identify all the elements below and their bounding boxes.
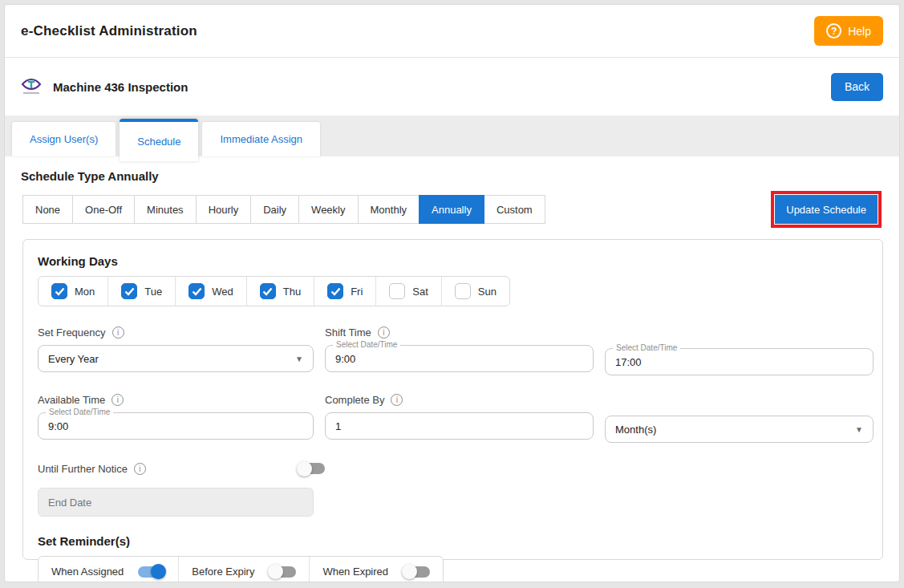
end-date-input[interactable] (38, 488, 314, 517)
complete-by-unit-field: Month(s) ▼ (605, 390, 874, 443)
schedule-type-button-group: None One-Off Minutes Hourly Daily Weekly… (22, 195, 545, 224)
shift-end-input[interactable] (615, 356, 863, 368)
schedule-type-none[interactable]: None (22, 195, 73, 224)
schedule-type-daily[interactable]: Daily (250, 195, 299, 224)
info-icon[interactable]: i (111, 394, 124, 406)
schedule-type-heading: Schedule Type Annually (21, 169, 883, 183)
complete-by-unit-select[interactable]: Month(s) ▼ (605, 416, 874, 443)
set-reminders-heading: Set Reminder(s) (38, 534, 868, 548)
tab-schedule[interactable]: Schedule (120, 119, 198, 161)
shift-time-start-field: Shift Time i Select Date/Time (325, 322, 594, 375)
toggle-thumb (151, 564, 166, 579)
help-button-label: Help (848, 25, 871, 38)
day-label: Mon (75, 286, 95, 298)
shift-start-outline: Select Date/Time (325, 345, 594, 372)
frequency-select[interactable]: Every Year ▼ (38, 345, 314, 372)
checkbox-checked-icon (51, 283, 67, 299)
day-checkbox-fri[interactable]: Fri (314, 277, 376, 306)
complete-by-unit-value: Month(s) (615, 424, 656, 436)
available-time-float-label: Select Date/Time (46, 408, 113, 416)
day-checkbox-sun[interactable]: Sun (442, 277, 509, 306)
toggle-thumb (402, 564, 417, 579)
when-assigned-toggle[interactable] (138, 566, 165, 578)
when-expired-toggle[interactable] (403, 566, 430, 578)
tab-assign-users[interactable]: Assign User(s) (12, 122, 116, 156)
reminder-when-assigned: When Assigned (39, 557, 179, 582)
checkbox-checked-icon (189, 283, 205, 299)
schedule-type-hourly[interactable]: Hourly (196, 195, 252, 224)
tab-immediate-assign[interactable]: Immediate Assign (202, 122, 320, 156)
schedule-type-monthly[interactable]: Monthly (358, 195, 420, 224)
checkbox-unchecked-icon (455, 283, 471, 299)
available-time-outline: Select Date/Time (38, 412, 314, 440)
checklist-name: Machine 436 Inspection (53, 80, 188, 94)
chevron-down-icon: ▼ (855, 425, 863, 434)
set-frequency-field: Set Frequency i Every Year ▼ (38, 322, 314, 375)
toggle-thumb (297, 461, 312, 476)
reminder-label: When Expired (322, 566, 388, 578)
checkbox-checked-icon (121, 283, 137, 299)
complete-by-input[interactable] (335, 420, 583, 432)
shift-time-end-field: Select Date/Time (605, 322, 874, 375)
reminder-label: Before Expiry (192, 566, 254, 578)
chevron-down-icon: ▼ (295, 355, 303, 363)
available-time-label: Available Time (38, 394, 105, 406)
schedule-type-one-off[interactable]: One-Off (72, 195, 135, 224)
main-window: e-Checklist Administration ? Help Machin… (4, 4, 900, 582)
checklist-subheader: Machine 436 Inspection Back (5, 58, 899, 116)
day-checkbox-wed[interactable]: Wed (176, 277, 247, 306)
shift-time-label: Shift Time (325, 326, 371, 339)
shift-start-input[interactable] (335, 353, 583, 365)
info-icon[interactable]: i (378, 326, 390, 339)
day-checkbox-thu[interactable]: Thu (247, 277, 314, 306)
schedule-type-annually[interactable]: Annually (419, 195, 484, 224)
page-title: e-Checklist Administration (21, 23, 197, 39)
day-label: Sat (412, 286, 428, 298)
day-label: Tue (144, 286, 162, 298)
shift-end-float-label: Select Date/Time (613, 343, 680, 352)
complete-by-field: Complete By i (325, 390, 594, 443)
reminder-label: When Assigned (51, 566, 124, 578)
schedule-type-custom[interactable]: Custom (484, 195, 545, 224)
schedule-settings-card: Working Days Mon Tue Wed Thu Fri (22, 239, 883, 560)
info-icon[interactable]: i (391, 394, 403, 406)
checkbox-checked-icon (327, 283, 343, 299)
day-label: Sun (478, 286, 497, 298)
back-button[interactable]: Back (831, 73, 883, 101)
day-checkbox-tue[interactable]: Tue (108, 277, 176, 306)
schedule-type-minutes[interactable]: Minutes (134, 195, 197, 224)
checkbox-checked-icon (260, 283, 276, 299)
shift-end-outline: Select Date/Time (605, 348, 874, 375)
before-expiry-toggle[interactable] (269, 566, 296, 578)
info-icon[interactable]: i (112, 326, 124, 339)
shift-start-float-label: Select Date/Time (333, 340, 400, 349)
schedule-type-weekly[interactable]: Weekly (298, 195, 358, 224)
reminder-when-expired: When Expired (310, 557, 443, 582)
working-days-group: Mon Tue Wed Thu Fri Sat (38, 276, 510, 306)
schedule-type-row: None One-Off Minutes Hourly Daily Weekly… (5, 191, 899, 228)
complete-by-outline (325, 412, 594, 440)
frequency-selected-value: Every Year (48, 353, 99, 365)
help-button[interactable]: ? Help (814, 16, 883, 46)
day-checkbox-sat[interactable]: Sat (376, 277, 442, 306)
complete-by-label: Complete By (325, 394, 384, 406)
day-label: Thu (283, 286, 301, 298)
until-further-notice-row: Until Further Notice i (38, 459, 325, 478)
reminders-group: When Assigned Before Expiry When Expired (38, 556, 444, 582)
company-logo (21, 78, 42, 95)
working-days-heading: Working Days (38, 254, 868, 268)
available-time-input[interactable] (48, 420, 303, 432)
update-schedule-button[interactable]: Update Schedule (775, 195, 878, 224)
question-mark-icon: ? (826, 23, 841, 39)
info-icon[interactable]: i (134, 463, 146, 475)
available-time-field: Available Time i Select Date/Time (38, 390, 314, 443)
day-checkbox-mon[interactable]: Mon (39, 277, 108, 306)
day-label: Wed (212, 286, 233, 298)
checkbox-unchecked-icon (389, 283, 405, 299)
set-frequency-label: Set Frequency (38, 326, 106, 339)
toggle-thumb (268, 564, 283, 579)
tab-bar: Assign User(s) Schedule Immediate Assign (5, 116, 899, 156)
until-further-notice-toggle[interactable] (298, 463, 325, 474)
update-schedule-highlight: Update Schedule (771, 191, 882, 228)
reminder-before-expiry: Before Expiry (179, 557, 310, 582)
